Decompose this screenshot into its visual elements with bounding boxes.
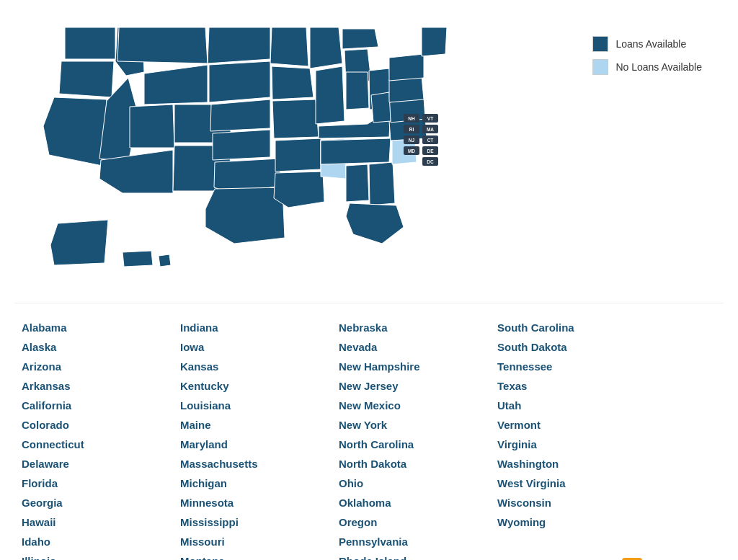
- state-list-item[interactable]: Nebraska: [339, 318, 497, 337]
- state-list-item[interactable]: North Carolina: [339, 435, 497, 454]
- state-list-item[interactable]: Alabama: [22, 318, 180, 337]
- state-list-item[interactable]: Vermont: [497, 415, 656, 435]
- state-list-item[interactable]: Illinois: [22, 551, 180, 560]
- svg-text:VT: VT: [427, 116, 433, 121]
- svg-text:RI: RI: [409, 127, 414, 132]
- state-list-item[interactable]: Tennessee: [497, 357, 656, 376]
- svg-text:NJ: NJ: [409, 138, 415, 143]
- svg-marker-16: [205, 187, 285, 244]
- state-list-item[interactable]: Texas: [497, 376, 656, 396]
- legend-available: Loans Available: [592, 36, 702, 52]
- svg-marker-20: [275, 138, 321, 172]
- state-list-item[interactable]: New Hampshire: [339, 357, 497, 376]
- svg-marker-40: [422, 27, 447, 56]
- svg-marker-59: [50, 220, 108, 265]
- state-list-item[interactable]: Delaware: [22, 454, 180, 474]
- state-list-item[interactable]: New Jersey: [339, 376, 497, 396]
- svg-marker-12: [209, 61, 270, 102]
- state-list-item[interactable]: South Carolina: [497, 318, 656, 337]
- states-grid: AlabamaAlaskaArizonaArkansasCaliforniaCo…: [14, 318, 724, 560]
- svg-text:NH: NH: [408, 116, 415, 121]
- svg-marker-33: [346, 203, 404, 244]
- state-list-item[interactable]: Oklahoma: [339, 493, 497, 512]
- states-list-section: AlabamaAlaskaArizonaArkansasCaliforniaCo…: [14, 303, 724, 560]
- svg-marker-39: [389, 54, 424, 81]
- svg-marker-7: [130, 105, 174, 148]
- state-list-item[interactable]: Kentucky: [180, 376, 339, 396]
- state-list-item[interactable]: Washington: [497, 454, 656, 474]
- state-list-item[interactable]: North Dakota: [339, 454, 497, 474]
- svg-marker-14: [213, 130, 270, 160]
- state-list-item[interactable]: Massachusetts: [180, 454, 339, 474]
- svg-marker-6: [144, 65, 208, 105]
- state-list-item[interactable]: Montana: [180, 551, 339, 560]
- state-list-item[interactable]: Hawaii: [22, 512, 180, 532]
- state-column-3: NebraskaNevadaNew HampshireNew JerseyNew…: [339, 318, 497, 560]
- svg-marker-11: [208, 27, 270, 63]
- state-list-item[interactable]: Iowa: [180, 337, 339, 357]
- state-list-item[interactable]: Florida: [22, 474, 180, 493]
- state-list-item[interactable]: Idaho: [22, 532, 180, 551]
- legend-not-available-label: No Loans Available: [615, 61, 702, 73]
- svg-marker-2: [43, 97, 107, 166]
- svg-marker-30: [321, 138, 391, 164]
- svg-marker-23: [316, 66, 344, 124]
- state-column-2: IndianaIowaKansasKentuckyLouisianaMaineM…: [180, 318, 339, 560]
- svg-text:MA: MA: [427, 127, 434, 132]
- state-list-item[interactable]: Arkansas: [22, 376, 180, 396]
- map-section: NH VT MA RI CT NJ DE: [14, 14, 724, 281]
- svg-marker-61: [159, 254, 171, 267]
- state-list-item[interactable]: Rhode Island: [339, 551, 497, 560]
- state-list-item[interactable]: Ohio: [339, 474, 497, 493]
- state-column-4: South CarolinaSouth DakotaTennesseeTexas…: [497, 318, 656, 560]
- state-list-item[interactable]: Maryland: [180, 435, 339, 454]
- state-list-item[interactable]: Maine: [180, 415, 339, 435]
- legend-not-available: No Loans Available: [592, 59, 702, 75]
- svg-marker-18: [272, 66, 314, 99]
- svg-marker-5: [117, 27, 208, 63]
- state-list-item[interactable]: Nevada: [339, 337, 497, 357]
- state-list-item[interactable]: Louisiana: [180, 396, 339, 415]
- state-list-item[interactable]: New York: [339, 415, 497, 435]
- svg-marker-1: [59, 61, 114, 97]
- state-list-item[interactable]: Mississippi: [180, 512, 339, 532]
- state-list-item[interactable]: Utah: [497, 396, 656, 415]
- state-list-item[interactable]: Kansas: [180, 357, 339, 376]
- svg-marker-25: [342, 29, 378, 49]
- svg-text:CT: CT: [427, 138, 434, 143]
- svg-marker-0: [65, 27, 115, 59]
- svg-marker-13: [210, 99, 270, 131]
- state-list-item[interactable]: Arizona: [22, 357, 180, 376]
- state-list-item[interactable]: California: [22, 396, 180, 415]
- svg-marker-27: [346, 72, 369, 110]
- state-list-item[interactable]: Oregon: [339, 512, 497, 532]
- us-map-svg: NH VT MA RI CT NJ DE: [22, 14, 468, 274]
- state-list-item[interactable]: New Mexico: [339, 396, 497, 415]
- legend: Loans Available No Loans Available: [592, 36, 702, 75]
- svg-marker-32: [369, 162, 395, 205]
- state-list-item[interactable]: Wyoming: [497, 512, 656, 532]
- svg-marker-19: [272, 99, 319, 138]
- state-list-item[interactable]: Minnesota: [180, 493, 339, 512]
- state-list-item[interactable]: Pennsylvania: [339, 532, 497, 551]
- state-list-item[interactable]: Alaska: [22, 337, 180, 357]
- state-list-item[interactable]: Missouri: [180, 532, 339, 551]
- state-list-item[interactable]: Indiana: [180, 318, 339, 337]
- state-list-item[interactable]: Georgia: [22, 493, 180, 512]
- state-list-item[interactable]: West Virginia: [497, 474, 656, 493]
- legend-color-available: [592, 36, 608, 52]
- state-list-item[interactable]: Colorado: [22, 415, 180, 435]
- state-list-item[interactable]: Virginia: [497, 435, 656, 454]
- svg-text:MD: MD: [408, 148, 415, 154]
- state-list-item[interactable]: South Dakota: [497, 337, 656, 357]
- svg-text:DE: DE: [427, 148, 434, 154]
- svg-marker-21: [274, 172, 324, 208]
- state-list-item[interactable]: Connecticut: [22, 435, 180, 454]
- svg-marker-17: [270, 27, 308, 66]
- state-list-item[interactable]: Wisconsin: [497, 493, 656, 512]
- state-list-item[interactable]: Michigan: [180, 474, 339, 493]
- svg-marker-60: [123, 251, 153, 267]
- svg-text:DC: DC: [427, 159, 434, 164]
- svg-marker-31: [346, 164, 369, 202]
- svg-marker-22: [310, 27, 342, 68]
